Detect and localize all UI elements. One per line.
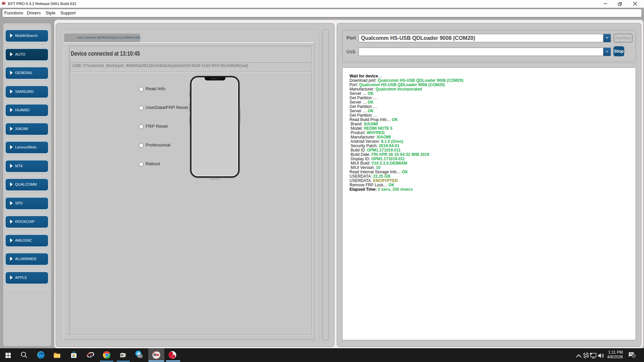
svg-text:99+: 99+	[138, 355, 142, 357]
svg-text:22: 22	[633, 355, 635, 357]
